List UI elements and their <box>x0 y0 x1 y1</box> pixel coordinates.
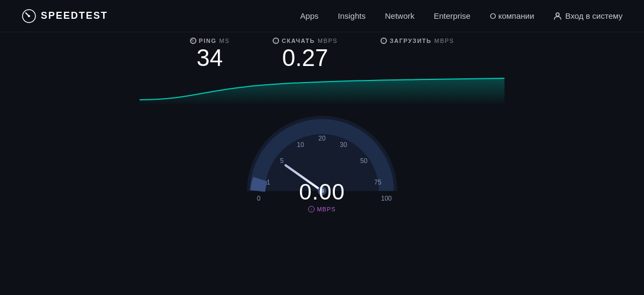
svg-text:30: 30 <box>340 141 347 149</box>
speedometer: 0 1 5 10 20 30 50 75 100 <box>231 100 413 228</box>
svg-text:5: 5 <box>280 157 284 165</box>
svg-text:50: 50 <box>360 157 368 165</box>
nav-login[interactable]: Вход в систему <box>553 11 623 20</box>
ping-icon <box>190 38 196 44</box>
svg-text:0: 0 <box>257 195 261 202</box>
svg-text:100: 100 <box>381 195 392 202</box>
nav-about[interactable]: О компании <box>490 11 535 20</box>
chart-svg <box>140 68 504 105</box>
svg-text:1: 1 <box>267 179 270 186</box>
speed-value: 0.00 <box>299 179 345 205</box>
svg-text:75: 75 <box>374 179 382 186</box>
nav-enterprise[interactable]: Enterprise <box>434 11 470 20</box>
svg-text:20: 20 <box>318 135 326 142</box>
nav-insights[interactable]: Insights <box>338 11 366 20</box>
main-content: PING ms 34 СКАЧАТЬ Mbps 0.27 ЗАГРУЗИТЬ M… <box>0 32 644 295</box>
main-nav: Apps Insights Network Enterprise О компа… <box>300 11 623 20</box>
download-icon <box>273 38 279 44</box>
speed-chart <box>140 68 504 105</box>
svg-point-2 <box>556 13 559 16</box>
upload-stat: ЗАГРУЗИТЬ Mbps <box>380 38 454 71</box>
stats-row: PING ms 34 СКАЧАТЬ Mbps 0.27 ЗАГРУЗИТЬ M… <box>190 38 455 71</box>
nav-network[interactable]: Network <box>385 11 414 20</box>
ping-stat: PING ms 34 <box>190 38 230 71</box>
user-icon <box>553 12 562 20</box>
upload-icon <box>380 38 387 44</box>
download-value: 0.27 <box>282 45 328 71</box>
svg-point-1 <box>28 15 30 17</box>
upload-label: ЗАГРУЗИТЬ Mbps <box>380 38 454 44</box>
svg-text:10: 10 <box>297 141 304 149</box>
logo-text: SPEEDTEST <box>41 10 108 21</box>
speed-display: 0.00 ↑ Mbps <box>299 179 345 212</box>
speedtest-logo-icon <box>21 9 36 24</box>
download-stat: СКАЧАТЬ Mbps 0.27 <box>273 38 338 71</box>
ping-label: PING ms <box>190 38 230 44</box>
login-label: Вход в систему <box>565 11 623 20</box>
nav-apps[interactable]: Apps <box>300 11 318 20</box>
speed-unit: ↑ Mbps <box>299 206 345 212</box>
ping-value: 34 <box>196 45 223 71</box>
download-label: СКАЧАТЬ Mbps <box>273 38 338 44</box>
logo[interactable]: SPEEDTEST <box>21 9 108 24</box>
speed-unit-icon: ↑ <box>308 206 314 212</box>
